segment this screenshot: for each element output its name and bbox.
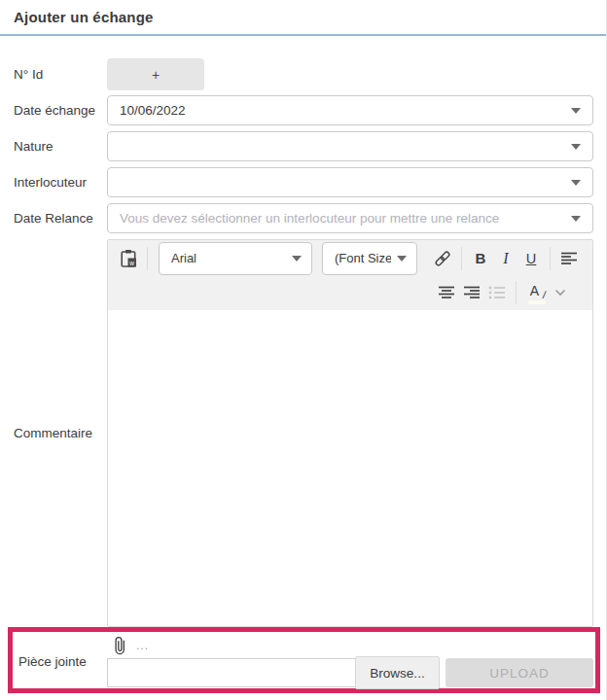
add-id-button[interactable]: + (107, 58, 204, 90)
align-left-button[interactable] (556, 245, 582, 272)
attachment-label: Pièce jointe (18, 654, 87, 669)
chevron-down-icon (292, 256, 302, 262)
chevron-down-icon (554, 289, 566, 297)
page-title: Ajouter un échange (14, 9, 592, 25)
attachment-clip-row: ... (113, 634, 149, 657)
editor-content-area[interactable] (108, 310, 592, 626)
underline-button[interactable]: U (518, 245, 544, 272)
field-row-id: N° Id + (0, 58, 606, 90)
toolbar-row-1: w Arial (Font Size (108, 241, 592, 275)
attachment-section: Pièce jointe ... Browse... UPLOAD (13, 632, 595, 688)
align-center-button[interactable] (434, 279, 459, 306)
toolbar-divider (550, 247, 551, 270)
add-exchange-form: Ajouter un échange N° Id + Date échange … (0, 0, 607, 700)
date-relance-placeholder: Vous devez sélectionner un interlocuteur… (120, 211, 499, 226)
bullet-list-icon (488, 286, 506, 299)
chevron-down-icon (571, 216, 581, 222)
form-body: N° Id + Date échange 10/06/2022 Nature I… (0, 36, 606, 627)
rich-text-editor: w Arial (Font Size (107, 239, 593, 627)
attachment-highlight-box: Pièce jointe ... Browse... UPLOAD (8, 627, 600, 693)
field-row-date-relance: Date Relance Vous devez sélectionner un … (0, 203, 606, 233)
italic-button[interactable]: I (493, 245, 518, 272)
insert-link-button[interactable] (430, 245, 455, 272)
field-row-nature: Nature (0, 131, 606, 161)
date-relance-label: Date Relance (14, 211, 107, 226)
date-echange-label: Date échange (14, 103, 107, 118)
id-label: N° Id (14, 67, 107, 82)
font-color-button[interactable]: A/ (522, 279, 548, 306)
commentaire-label: Commentaire (14, 426, 107, 440)
toolbar-divider (147, 247, 148, 270)
browse-button[interactable]: Browse... (355, 656, 440, 689)
editor-toolbar: w Arial (Font Size (108, 240, 592, 310)
font-color-icon: A/ (528, 282, 542, 302)
font-size-select[interactable]: (Font Size (322, 242, 417, 275)
font-color-dropdown-button[interactable] (548, 279, 573, 306)
date-echange-value: 10/06/2022 (120, 103, 186, 118)
form-header: Ajouter un échange (0, 0, 606, 25)
nature-select[interactable] (107, 131, 593, 161)
paperclip-icon[interactable] (113, 635, 126, 656)
chevron-down-icon (571, 180, 581, 186)
font-size-value: (Font Size (335, 251, 391, 265)
align-right-icon (463, 286, 481, 299)
align-left-icon (560, 252, 578, 265)
field-row-commentaire: Commentaire w (0, 239, 606, 627)
font-family-select[interactable]: Arial (159, 242, 312, 275)
date-relance-select[interactable]: Vous devez sélectionner un interlocuteur… (107, 203, 593, 233)
chevron-down-icon (397, 256, 407, 262)
paste-from-word-icon: w (120, 249, 138, 268)
attachment-file-row: Browse... UPLOAD (107, 656, 593, 689)
nature-label: Nature (14, 139, 107, 154)
link-icon (433, 249, 452, 268)
chevron-down-icon (571, 108, 581, 114)
attachment-ellipsis: ... (136, 639, 149, 652)
interlocuteur-select[interactable] (107, 167, 593, 197)
paste-from-word-button[interactable]: w (116, 245, 141, 272)
chevron-down-icon (571, 144, 581, 150)
interlocuteur-label: Interlocuteur (14, 175, 107, 190)
date-echange-select[interactable]: 10/06/2022 (107, 95, 593, 125)
toolbar-divider (461, 247, 462, 270)
font-family-value: Arial (171, 251, 196, 265)
bold-button[interactable]: B (468, 245, 493, 272)
align-center-icon (438, 286, 455, 299)
toolbar-divider (516, 281, 517, 304)
align-right-button[interactable] (459, 279, 484, 306)
toolbar-row-2: A/ (108, 275, 592, 309)
upload-button[interactable]: UPLOAD (446, 658, 593, 687)
attachment-file-input[interactable] (107, 658, 355, 687)
field-row-date-echange: Date échange 10/06/2022 (0, 95, 606, 125)
svg-text:w: w (128, 259, 134, 265)
field-row-interlocuteur: Interlocuteur (0, 167, 606, 197)
bullet-list-button[interactable] (484, 279, 510, 306)
